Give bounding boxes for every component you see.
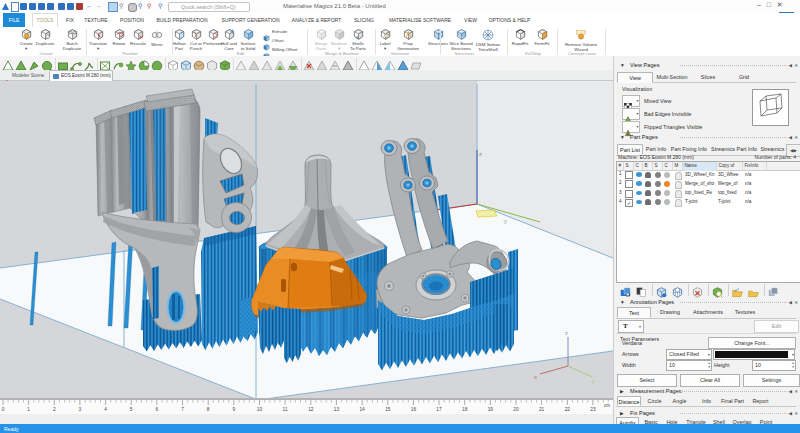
svg-text:7: 7	[181, 407, 184, 412]
svg-text:9: 9	[232, 407, 235, 412]
svg-text:cm: cm	[604, 403, 610, 408]
svg-text:20: 20	[513, 407, 519, 412]
svg-text:23: 23	[590, 407, 596, 412]
svg-text:5: 5	[130, 407, 133, 412]
svg-text:17: 17	[436, 407, 442, 412]
svg-text:x: x	[534, 374, 537, 380]
svg-text:16: 16	[411, 407, 417, 412]
svg-text:19: 19	[488, 407, 494, 412]
svg-text:y: y	[592, 378, 595, 384]
svg-text:15: 15	[385, 407, 391, 412]
svg-text:2: 2	[53, 407, 56, 412]
svg-text:z: z	[565, 330, 568, 336]
svg-text:3: 3	[79, 407, 82, 412]
svg-text:10: 10	[257, 407, 263, 412]
svg-text:18: 18	[462, 407, 468, 412]
svg-text:21: 21	[539, 407, 545, 412]
svg-text:1: 1	[27, 407, 30, 412]
svg-text:14: 14	[359, 407, 365, 412]
svg-text:4: 4	[104, 407, 107, 412]
svg-text:13: 13	[334, 407, 340, 412]
svg-text:22: 22	[565, 407, 571, 412]
svg-text:6: 6	[156, 407, 159, 412]
svg-text:y: y	[504, 218, 507, 224]
svg-text:12: 12	[308, 407, 314, 412]
svg-text:8: 8	[207, 407, 210, 412]
svg-text:z: z	[479, 151, 482, 157]
svg-text:11: 11	[283, 407, 288, 412]
svg-text:0: 0	[2, 407, 5, 412]
